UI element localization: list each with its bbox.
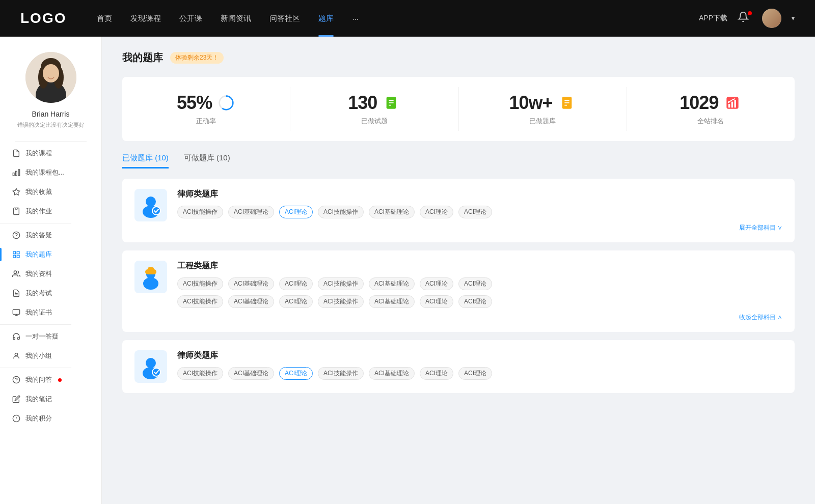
- tag-1-2[interactable]: ACI理论: [279, 277, 313, 290]
- divider-1: [15, 141, 87, 142]
- tag-2-6[interactable]: ACI理论: [458, 367, 492, 380]
- qbank-tags-2: ACI技能操作ACI基础理论ACI理论ACI技能操作ACI基础理论ACI理论AC…: [177, 367, 782, 380]
- tab-1[interactable]: 可做题库 (10): [184, 153, 230, 169]
- expand-link-0[interactable]: 展开全部科目 ∨: [177, 223, 782, 232]
- tag-2-4[interactable]: ACI基础理论: [369, 367, 415, 380]
- navbar-links: 首页发现课程公开课新闻资讯问答社区题库···: [97, 14, 699, 23]
- page-title: 我的题库: [122, 51, 163, 65]
- svg-point-18: [14, 271, 16, 273]
- tag-0-4[interactable]: ACI基础理论: [369, 206, 415, 218]
- tag-1-1[interactable]: ACI基础理论: [228, 277, 274, 290]
- star-icon: [12, 188, 20, 196]
- sidebar-item-10[interactable]: 我的小组: [0, 346, 101, 366]
- sidebar-item-7[interactable]: 我的考试: [0, 284, 101, 303]
- sidebar-item-label-5: 我的题库: [25, 250, 52, 259]
- svg-rect-17: [17, 255, 19, 258]
- tag-1-4[interactable]: ACI基础理论: [369, 277, 415, 290]
- sidebar-item-8[interactable]: 我的证书: [0, 303, 101, 322]
- sidebar-item-label-3: 我的作业: [25, 207, 52, 216]
- tag-0-2[interactable]: ACI理论: [279, 206, 313, 218]
- sidebar-item-1[interactable]: 我的课程包...: [0, 163, 101, 182]
- tag-row2-1-0[interactable]: ACI技能操作: [177, 295, 223, 308]
- sidebar-item-2[interactable]: 我的收藏: [0, 182, 101, 202]
- tag-row2-1-1[interactable]: ACI基础理论: [228, 295, 274, 308]
- tag-row2-1-5[interactable]: ACI理论: [420, 295, 453, 308]
- stat-top-1: 130: [348, 92, 400, 114]
- stat-value-3: 1029: [680, 92, 718, 114]
- sidebar-item-label-13: 我的积分: [25, 414, 52, 423]
- svg-rect-8: [16, 171, 17, 176]
- sidebar-item-12[interactable]: 我的笔记: [0, 389, 101, 409]
- sidebar-item-3[interactable]: 我的作业: [0, 202, 101, 221]
- svg-point-22: [15, 353, 17, 356]
- qbank-icon-0: [134, 189, 167, 221]
- app-download-link[interactable]: APP下载: [699, 14, 727, 23]
- stat-value-0: 55%: [177, 92, 212, 114]
- clipboard-icon: [12, 207, 20, 215]
- tag-2-0[interactable]: ACI技能操作: [177, 367, 223, 380]
- nav-link-公开课[interactable]: 公开课: [179, 14, 202, 23]
- grid-icon: [12, 250, 20, 259]
- nav-link-···[interactable]: ···: [352, 14, 359, 23]
- bar-chart-icon: [12, 169, 20, 177]
- qbank-card-header-0: 律师类题库 ACI技能操作ACI基础理论ACI理论ACI技能操作ACI基础理论A…: [134, 189, 782, 232]
- sidebar-item-label-7: 我的考试: [25, 289, 52, 298]
- qbank-card-header-2: 律师类题库 ACI技能操作ACI基础理论ACI理论ACI技能操作ACI基础理论A…: [134, 350, 782, 383]
- sidebar-avatar: [25, 52, 76, 103]
- stat-item-0: 55% 正确率: [122, 87, 290, 131]
- qbank-icon-1: [134, 261, 167, 293]
- tag-0-5[interactable]: ACI理论: [420, 206, 453, 218]
- sidebar-item-5[interactable]: 我的题库: [0, 245, 101, 264]
- sidebar-item-4[interactable]: 我的答疑: [0, 226, 101, 245]
- tag-1-5[interactable]: ACI理论: [420, 277, 453, 290]
- svg-rect-21: [13, 310, 19, 314]
- main-layout: Brian Harris 错误的决定比没有决定要好 我的课程我的课程包...我的…: [0, 37, 815, 504]
- question-icon: [12, 376, 20, 384]
- tag-row2-1-3[interactable]: ACI技能操作: [318, 295, 364, 308]
- sidebar-item-9[interactable]: 一对一答疑: [0, 327, 101, 346]
- qbank-title-0: 律师类题库: [177, 189, 782, 200]
- tag-1-6[interactable]: ACI理论: [458, 277, 492, 290]
- tag-2-1[interactable]: ACI基础理论: [228, 367, 274, 380]
- stat-top-2: 10w+: [509, 92, 576, 114]
- sidebar-divider: [0, 368, 71, 368]
- nav-link-问答社区[interactable]: 问答社区: [269, 14, 300, 23]
- tag-0-6[interactable]: ACI理论: [458, 206, 492, 218]
- page-header: 我的题库 体验剩余23天！: [122, 51, 795, 65]
- stat-icon-3: [723, 94, 742, 112]
- tag-2-5[interactable]: ACI理论: [420, 367, 453, 380]
- tabs-row: 已做题库 (10)可做题库 (10): [122, 153, 795, 169]
- tag-1-3[interactable]: ACI技能操作: [318, 277, 364, 290]
- tag-0-1[interactable]: ACI基础理论: [228, 206, 274, 218]
- sidebar-item-label-12: 我的笔记: [25, 395, 52, 404]
- qbank-icon-2: [134, 350, 167, 383]
- tag-0-3[interactable]: ACI技能操作: [318, 206, 364, 218]
- sidebar-item-11[interactable]: 我的问答: [0, 370, 101, 389]
- notification-bell[interactable]: [738, 11, 752, 25]
- user-menu-chevron[interactable]: ▾: [792, 15, 795, 22]
- tag-2-2[interactable]: ACI理论: [279, 367, 313, 380]
- collapse-link-1[interactable]: 收起全部科目 ∧: [177, 313, 782, 322]
- stat-label-0: 正确率: [196, 117, 216, 126]
- nav-link-首页[interactable]: 首页: [97, 14, 112, 23]
- tag-row2-1-4[interactable]: ACI基础理论: [369, 295, 415, 308]
- sidebar-item-label-1: 我的课程包...: [25, 168, 64, 177]
- nav-link-题库[interactable]: 题库: [318, 14, 334, 23]
- avatar-image: [25, 52, 76, 103]
- tag-row2-1-2[interactable]: ACI理论: [279, 295, 313, 308]
- sidebar-item-0[interactable]: 我的课程: [0, 144, 101, 163]
- tag-row2-1-6[interactable]: ACI理论: [458, 295, 492, 308]
- nav-link-发现课程[interactable]: 发现课程: [130, 14, 161, 23]
- user-avatar[interactable]: [762, 9, 781, 28]
- qbank-card-0: 律师类题库 ACI技能操作ACI基础理论ACI理论ACI技能操作ACI基础理论A…: [122, 179, 795, 242]
- tag-2-3[interactable]: ACI技能操作: [318, 367, 364, 380]
- sidebar-item-label-8: 我的证书: [25, 308, 52, 317]
- tag-0-0[interactable]: ACI技能操作: [177, 206, 223, 218]
- nav-link-新闻资讯[interactable]: 新闻资讯: [221, 14, 251, 23]
- sidebar-item-6[interactable]: 我的资料: [0, 264, 101, 284]
- tag-1-0[interactable]: ACI技能操作: [177, 277, 223, 290]
- tab-0[interactable]: 已做题库 (10): [122, 153, 169, 169]
- svg-point-6: [43, 64, 59, 82]
- sidebar-item-13[interactable]: 我的积分: [0, 409, 101, 428]
- qbank-content-0: 律师类题库 ACI技能操作ACI基础理论ACI理论ACI技能操作ACI基础理论A…: [177, 189, 782, 232]
